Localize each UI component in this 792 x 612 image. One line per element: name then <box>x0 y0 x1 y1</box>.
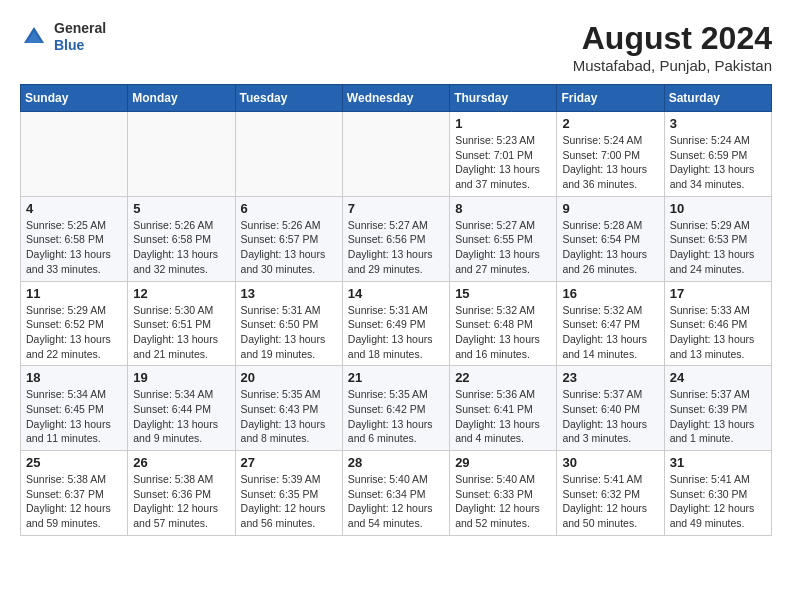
day-number: 15 <box>455 286 551 301</box>
day-info: Sunrise: 5:39 AMSunset: 6:35 PMDaylight:… <box>241 472 337 531</box>
table-row <box>128 112 235 197</box>
day-number: 31 <box>670 455 766 470</box>
page-header: General Blue August 2024 Mustafabad, Pun… <box>20 20 772 74</box>
table-row: 25Sunrise: 5:38 AMSunset: 6:37 PMDayligh… <box>21 451 128 536</box>
table-row: 28Sunrise: 5:40 AMSunset: 6:34 PMDayligh… <box>342 451 449 536</box>
table-row: 3Sunrise: 5:24 AMSunset: 6:59 PMDaylight… <box>664 112 771 197</box>
calendar-week-row: 1Sunrise: 5:23 AMSunset: 7:01 PMDaylight… <box>21 112 772 197</box>
day-info: Sunrise: 5:40 AMSunset: 6:34 PMDaylight:… <box>348 472 444 531</box>
calendar-table: SundayMondayTuesdayWednesdayThursdayFrid… <box>20 84 772 536</box>
day-number: 5 <box>133 201 229 216</box>
day-number: 13 <box>241 286 337 301</box>
day-info: Sunrise: 5:24 AMSunset: 7:00 PMDaylight:… <box>562 133 658 192</box>
table-row: 4Sunrise: 5:25 AMSunset: 6:58 PMDaylight… <box>21 196 128 281</box>
month-year-title: August 2024 <box>573 20 772 57</box>
table-row: 11Sunrise: 5:29 AMSunset: 6:52 PMDayligh… <box>21 281 128 366</box>
calendar-week-row: 4Sunrise: 5:25 AMSunset: 6:58 PMDaylight… <box>21 196 772 281</box>
table-row: 22Sunrise: 5:36 AMSunset: 6:41 PMDayligh… <box>450 366 557 451</box>
day-info: Sunrise: 5:27 AMSunset: 6:56 PMDaylight:… <box>348 218 444 277</box>
table-row: 12Sunrise: 5:30 AMSunset: 6:51 PMDayligh… <box>128 281 235 366</box>
day-number: 22 <box>455 370 551 385</box>
table-row: 16Sunrise: 5:32 AMSunset: 6:47 PMDayligh… <box>557 281 664 366</box>
day-number: 2 <box>562 116 658 131</box>
day-info: Sunrise: 5:23 AMSunset: 7:01 PMDaylight:… <box>455 133 551 192</box>
day-number: 8 <box>455 201 551 216</box>
location-subtitle: Mustafabad, Punjab, Pakistan <box>573 57 772 74</box>
day-info: Sunrise: 5:26 AMSunset: 6:58 PMDaylight:… <box>133 218 229 277</box>
day-number: 11 <box>26 286 122 301</box>
table-row: 26Sunrise: 5:38 AMSunset: 6:36 PMDayligh… <box>128 451 235 536</box>
day-number: 19 <box>133 370 229 385</box>
table-row: 1Sunrise: 5:23 AMSunset: 7:01 PMDaylight… <box>450 112 557 197</box>
table-row: 7Sunrise: 5:27 AMSunset: 6:56 PMDaylight… <box>342 196 449 281</box>
table-row: 24Sunrise: 5:37 AMSunset: 6:39 PMDayligh… <box>664 366 771 451</box>
table-row: 15Sunrise: 5:32 AMSunset: 6:48 PMDayligh… <box>450 281 557 366</box>
table-row: 31Sunrise: 5:41 AMSunset: 6:30 PMDayligh… <box>664 451 771 536</box>
day-info: Sunrise: 5:36 AMSunset: 6:41 PMDaylight:… <box>455 387 551 446</box>
day-number: 23 <box>562 370 658 385</box>
title-block: August 2024 Mustafabad, Punjab, Pakistan <box>573 20 772 74</box>
logo-icon <box>20 23 48 51</box>
table-row: 2Sunrise: 5:24 AMSunset: 7:00 PMDaylight… <box>557 112 664 197</box>
table-row: 9Sunrise: 5:28 AMSunset: 6:54 PMDaylight… <box>557 196 664 281</box>
day-info: Sunrise: 5:25 AMSunset: 6:58 PMDaylight:… <box>26 218 122 277</box>
day-number: 21 <box>348 370 444 385</box>
table-row <box>21 112 128 197</box>
day-info: Sunrise: 5:40 AMSunset: 6:33 PMDaylight:… <box>455 472 551 531</box>
weekday-header-tuesday: Tuesday <box>235 85 342 112</box>
table-row: 10Sunrise: 5:29 AMSunset: 6:53 PMDayligh… <box>664 196 771 281</box>
day-info: Sunrise: 5:38 AMSunset: 6:37 PMDaylight:… <box>26 472 122 531</box>
day-info: Sunrise: 5:32 AMSunset: 6:47 PMDaylight:… <box>562 303 658 362</box>
day-number: 24 <box>670 370 766 385</box>
day-number: 12 <box>133 286 229 301</box>
table-row: 21Sunrise: 5:35 AMSunset: 6:42 PMDayligh… <box>342 366 449 451</box>
weekday-header-row: SundayMondayTuesdayWednesdayThursdayFrid… <box>21 85 772 112</box>
day-info: Sunrise: 5:30 AMSunset: 6:51 PMDaylight:… <box>133 303 229 362</box>
day-number: 27 <box>241 455 337 470</box>
table-row: 27Sunrise: 5:39 AMSunset: 6:35 PMDayligh… <box>235 451 342 536</box>
table-row <box>235 112 342 197</box>
day-info: Sunrise: 5:28 AMSunset: 6:54 PMDaylight:… <box>562 218 658 277</box>
day-number: 7 <box>348 201 444 216</box>
day-number: 29 <box>455 455 551 470</box>
day-info: Sunrise: 5:26 AMSunset: 6:57 PMDaylight:… <box>241 218 337 277</box>
weekday-header-friday: Friday <box>557 85 664 112</box>
table-row: 13Sunrise: 5:31 AMSunset: 6:50 PMDayligh… <box>235 281 342 366</box>
day-info: Sunrise: 5:37 AMSunset: 6:40 PMDaylight:… <box>562 387 658 446</box>
calendar-week-row: 18Sunrise: 5:34 AMSunset: 6:45 PMDayligh… <box>21 366 772 451</box>
table-row: 5Sunrise: 5:26 AMSunset: 6:58 PMDaylight… <box>128 196 235 281</box>
day-info: Sunrise: 5:29 AMSunset: 6:53 PMDaylight:… <box>670 218 766 277</box>
day-number: 16 <box>562 286 658 301</box>
table-row: 23Sunrise: 5:37 AMSunset: 6:40 PMDayligh… <box>557 366 664 451</box>
day-info: Sunrise: 5:31 AMSunset: 6:49 PMDaylight:… <box>348 303 444 362</box>
day-number: 9 <box>562 201 658 216</box>
day-info: Sunrise: 5:35 AMSunset: 6:43 PMDaylight:… <box>241 387 337 446</box>
table-row: 29Sunrise: 5:40 AMSunset: 6:33 PMDayligh… <box>450 451 557 536</box>
day-info: Sunrise: 5:35 AMSunset: 6:42 PMDaylight:… <box>348 387 444 446</box>
day-info: Sunrise: 5:37 AMSunset: 6:39 PMDaylight:… <box>670 387 766 446</box>
day-info: Sunrise: 5:29 AMSunset: 6:52 PMDaylight:… <box>26 303 122 362</box>
day-number: 18 <box>26 370 122 385</box>
table-row: 18Sunrise: 5:34 AMSunset: 6:45 PMDayligh… <box>21 366 128 451</box>
logo-text: General Blue <box>54 20 106 54</box>
day-info: Sunrise: 5:27 AMSunset: 6:55 PMDaylight:… <box>455 218 551 277</box>
day-number: 26 <box>133 455 229 470</box>
table-row <box>342 112 449 197</box>
day-info: Sunrise: 5:38 AMSunset: 6:36 PMDaylight:… <box>133 472 229 531</box>
table-row: 8Sunrise: 5:27 AMSunset: 6:55 PMDaylight… <box>450 196 557 281</box>
day-info: Sunrise: 5:31 AMSunset: 6:50 PMDaylight:… <box>241 303 337 362</box>
weekday-header-saturday: Saturday <box>664 85 771 112</box>
day-number: 25 <box>26 455 122 470</box>
logo-blue: Blue <box>54 37 84 53</box>
table-row: 6Sunrise: 5:26 AMSunset: 6:57 PMDaylight… <box>235 196 342 281</box>
weekday-header-monday: Monday <box>128 85 235 112</box>
day-number: 28 <box>348 455 444 470</box>
day-info: Sunrise: 5:33 AMSunset: 6:46 PMDaylight:… <box>670 303 766 362</box>
weekday-header-sunday: Sunday <box>21 85 128 112</box>
logo-general: General <box>54 20 106 36</box>
weekday-header-thursday: Thursday <box>450 85 557 112</box>
table-row: 17Sunrise: 5:33 AMSunset: 6:46 PMDayligh… <box>664 281 771 366</box>
table-row: 30Sunrise: 5:41 AMSunset: 6:32 PMDayligh… <box>557 451 664 536</box>
day-number: 10 <box>670 201 766 216</box>
day-info: Sunrise: 5:34 AMSunset: 6:44 PMDaylight:… <box>133 387 229 446</box>
